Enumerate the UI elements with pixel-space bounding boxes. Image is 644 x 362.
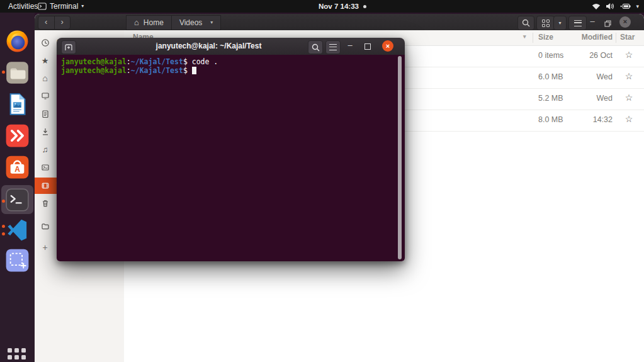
hamburger-icon [574, 20, 582, 26]
breadcrumb-current-label: Videos [179, 16, 202, 30]
show-applications-button[interactable] [8, 348, 26, 362]
folder-icon [40, 222, 50, 230]
firefox-icon [5, 29, 30, 54]
terminal-minimize-button[interactable]: – [345, 39, 355, 52]
downloads-icon [40, 127, 50, 136]
clock[interactable]: Nov 7 14:33 [319, 0, 366, 13]
anydesk-icon [5, 123, 30, 148]
system-status-area[interactable]: ▾ [592, 0, 639, 13]
terminal-scrollbar[interactable] [398, 56, 402, 259]
breadcrumb-current[interactable]: Videos ▾ [172, 15, 222, 30]
column-header-star[interactable]: Star [620, 33, 635, 42]
dock-item-vscode[interactable] [5, 218, 30, 242]
videos-icon [40, 181, 50, 190]
terminal-cursor [192, 67, 196, 74]
prompt-user: janyutech@kajal [61, 57, 127, 66]
dock-item-terminal[interactable] [5, 188, 30, 212]
terminal-line: janyutech@kajal:~/Kajal/Test$ code . [57, 55, 405, 66]
hamburger-icon [329, 44, 337, 50]
battery-icon [619, 3, 631, 10]
files-search-button[interactable] [517, 16, 534, 30]
trash-icon [40, 199, 50, 208]
forward-button[interactable]: › [55, 16, 71, 29]
clock-label: Nov 7 14:33 [319, 0, 359, 13]
desktop: ‹ › ⌂ Home Videos ▾ [0, 0, 644, 362]
chevron-down-icon: ▾ [636, 3, 639, 9]
star-icon[interactable]: ☆ [623, 114, 635, 124]
breadcrumb: ⌂ Home Videos ▾ [126, 15, 221, 29]
view-options-dropdown[interactable]: ▾ [553, 16, 567, 30]
terminal-titlebar[interactable]: janyutech@kajal: ~/Kajal/Test – × [57, 38, 405, 55]
dock-item-anydesk[interactable] [5, 123, 30, 148]
files-minimize-button[interactable]: – [587, 16, 597, 26]
files-close-button[interactable]: × [619, 16, 631, 28]
music-icon: ♫ [40, 145, 50, 154]
dock-item-files[interactable] [5, 60, 30, 85]
grid-view-icon [542, 20, 550, 27]
column-header-size[interactable]: Size [538, 33, 553, 42]
app-menu-button[interactable]: Terminal ▾ [38, 0, 84, 13]
terminal-icon [5, 188, 30, 212]
breadcrumb-home[interactable]: ⌂ Home [126, 15, 172, 30]
new-tab-button[interactable] [61, 40, 76, 54]
activities-button[interactable]: Activities [6, 0, 40, 13]
prompt-path: ~/Kajal/Test [131, 57, 183, 66]
volume-icon [606, 3, 614, 10]
vscode-icon [5, 218, 30, 242]
files-nav-buttons: ‹ › [38, 16, 71, 30]
dock-item-libreoffice[interactable] [5, 92, 30, 116]
chevron-down-icon: ▾ [81, 0, 84, 13]
files-menu-button[interactable] [568, 16, 587, 30]
pictures-icon [40, 163, 50, 172]
terminal-window: janyutech@kajal: ~/Kajal/Test – × janyut… [57, 38, 405, 261]
search-icon [312, 43, 320, 52]
libreoffice-icon [5, 92, 30, 116]
terminal-line: janyutech@kajal:~/Kajal/Test$ [57, 66, 405, 75]
starred-icon: ★ [40, 56, 50, 65]
new-tab-icon [64, 43, 73, 51]
files-titlebar[interactable]: ‹ › ⌂ Home Videos ▾ [35, 14, 644, 31]
top-bar: Activities Terminal ▾ Nov 7 14:33 [0, 0, 644, 13]
files-restore-button[interactable] [604, 18, 611, 30]
terminal-maximize-button[interactable] [364, 43, 371, 50]
star-icon[interactable]: ☆ [623, 71, 635, 81]
star-icon[interactable]: ☆ [623, 50, 635, 60]
svg-text:A: A [14, 165, 20, 174]
row-modified: 14:32 [558, 115, 613, 124]
home-icon: ⌂ [134, 16, 139, 30]
dock-item-screenshot[interactable] [5, 248, 30, 273]
desktop-icon [40, 91, 50, 100]
view-toggle-button[interactable] [536, 16, 555, 30]
back-button[interactable]: ‹ [38, 16, 55, 29]
row-modified: Wed [558, 94, 613, 103]
prompt-path: ~/Kajal/Test [131, 66, 183, 75]
documents-icon [40, 110, 50, 118]
restore-icon [604, 20, 611, 27]
sort-indicator-icon[interactable]: ▾ [523, 33, 526, 40]
search-icon [522, 19, 530, 27]
recent-icon [40, 38, 50, 47]
notification-dot [363, 5, 366, 8]
app-menu-label: Terminal [50, 0, 78, 13]
star-icon[interactable]: ☆ [623, 93, 635, 103]
row-modified: 26 Oct [558, 51, 613, 60]
terminal-menu-button[interactable] [325, 40, 341, 54]
show-applications-icon [8, 348, 12, 353]
screenshot-icon [5, 248, 30, 273]
chevron-down-icon: ▾ [558, 20, 561, 26]
plus-icon: + [40, 242, 50, 252]
column-header-modified[interactable]: Modified [558, 33, 613, 42]
chevron-down-icon: ▾ [210, 16, 213, 30]
breadcrumb-home-label: Home [144, 16, 164, 30]
row-modified: Wed [558, 72, 613, 81]
ubuntu-software-icon: A [5, 155, 30, 179]
command-text: code . [188, 57, 218, 66]
dock-item-ubuntu-software[interactable]: A [5, 155, 30, 179]
home-icon: ⌂ [40, 73, 50, 83]
terminal-close-button[interactable]: × [382, 40, 393, 52]
terminal-body[interactable]: janyutech@kajal:~/Kajal/Test$ code . jan… [57, 55, 405, 261]
dock-item-firefox[interactable] [5, 29, 30, 54]
terminal-search-button[interactable] [308, 40, 323, 54]
terminal-title: janyutech@kajal: ~/Kajal/Test [76, 38, 342, 55]
prompt-user: janyutech@kajal [61, 66, 127, 75]
